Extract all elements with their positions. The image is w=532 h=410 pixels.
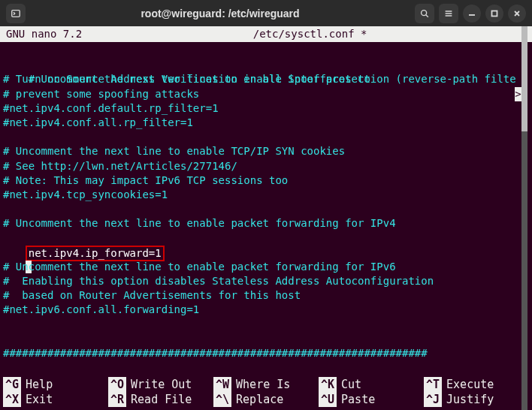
window-maximize-button[interactable]: [485, 5, 503, 23]
close-icon: [512, 9, 521, 18]
file-line: [0, 130, 532, 144]
minimize-icon: [467, 9, 476, 18]
file-line: #net.ipv4.conf.all.rp_filter=1: [0, 116, 532, 130]
new-tab-button[interactable]: [6, 4, 26, 23]
nano-editor-name: GNU nano 7.2: [0, 26, 88, 42]
file-line: # based on Router Advertisements for thi…: [0, 288, 532, 303]
file-line: #net.ipv4.conf.default.rp_filter=1: [0, 101, 532, 116]
svg-rect-0: [12, 10, 20, 17]
nano-top-bar: GNU nano 7.2 /etc/sysctl.conf *: [0, 26, 532, 42]
maximize-icon: [490, 9, 499, 18]
shortcut-justify[interactable]: ^JJustify: [424, 392, 529, 407]
file-line: # Enabling this option disables Stateles…: [0, 274, 532, 288]
menu-button[interactable]: [439, 4, 458, 23]
nano-shortcut-bar: ^GHelp ^OWrite Out ^WWhere Is ^KCut ^TEx…: [0, 375, 532, 410]
file-line: [0, 332, 532, 346]
file-line: [0, 202, 532, 216]
shortcut-read-file[interactable]: ^RRead File: [108, 392, 213, 407]
file-line: # Uncomment the next line to enable TCP/…: [0, 144, 532, 158]
shortcut-exit[interactable]: ^XExit: [3, 392, 108, 407]
file-line-highlighted: net.ipv4.ip_forward=1: [0, 231, 532, 245]
shortcut-execute[interactable]: ^TExecute: [424, 377, 529, 392]
scrollbar-thumb[interactable]: [521, 26, 527, 131]
shortcut-write-out[interactable]: ^OWrite Out: [108, 377, 213, 392]
shortcut-replace[interactable]: ^\Replace: [213, 392, 319, 407]
shortcut-help[interactable]: ^GHelp: [3, 377, 108, 392]
file-line: #net.ipv6.conf.all.forwarding=1: [0, 303, 532, 317]
terminal-icon: [11, 8, 21, 19]
file-line: # Uncomment the next line to enable pack…: [0, 216, 532, 231]
svg-rect-2: [492, 11, 497, 16]
file-line: #net.ipv4.tcp_syncookies=1: [0, 188, 532, 202]
shortcut-where-is[interactable]: ^WWhere Is: [213, 377, 319, 392]
search-button[interactable]: [415, 4, 434, 23]
shortcut-paste[interactable]: ^UPaste: [319, 392, 424, 407]
file-line: [0, 44, 532, 58]
search-icon: [419, 8, 430, 19]
file-line: # prevent some spoofing attacks: [0, 87, 532, 101]
edited-directive: net.ipv4.ip_forward=1: [26, 246, 165, 261]
file-line: [0, 318, 532, 332]
shortcut-cut[interactable]: ^KCut: [319, 377, 424, 392]
window-title: root@wireguard: /etc/wireguard: [26, 8, 415, 20]
file-line: # Uncomment the next line to enable pack…: [0, 260, 532, 274]
window-minimize-button[interactable]: [463, 5, 481, 23]
line-wrap-indicator: >: [515, 87, 521, 101]
file-line: # Uncomment the next two lines to enable…: [0, 58, 532, 72]
file-line: # See http://lwn.net/Articles/277146/: [0, 159, 532, 173]
terminal-viewport[interactable]: GNU nano 7.2 /etc/sysctl.conf * # Uncomm…: [0, 26, 532, 410]
nano-filename: /etc/sysctl.conf *: [247, 26, 373, 42]
window-close-button[interactable]: [508, 5, 526, 23]
svg-point-1: [422, 10, 427, 15]
file-line: # Note: This may impact IPv6 TCP session…: [0, 173, 532, 188]
file-line: ########################################…: [0, 346, 532, 360]
window-titlebar: root@wireguard: /etc/wireguard: [0, 0, 532, 26]
hamburger-icon: [443, 8, 454, 19]
